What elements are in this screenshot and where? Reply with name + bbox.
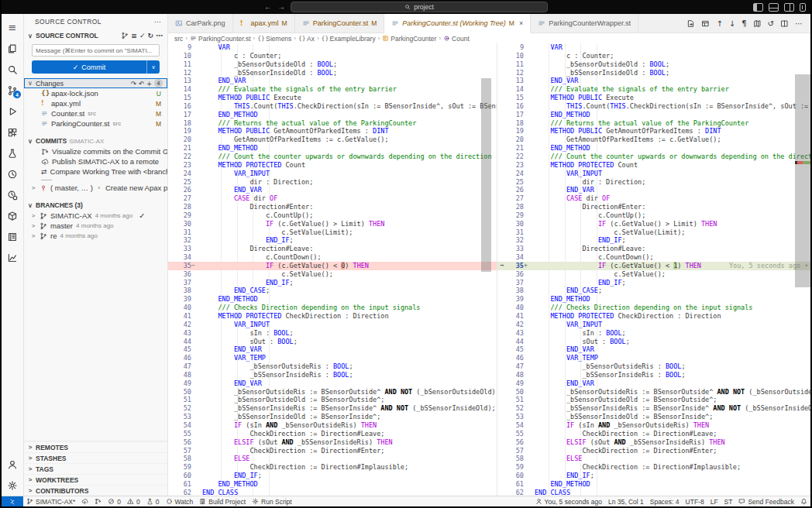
customize-layout-icon[interactable] <box>800 3 806 12</box>
code-line[interactable]: 51 _bSensorOutsideOld := BSensorOutside^… <box>168 396 497 404</box>
code-line[interactable]: 53 _bSSensorInsideOld := BSensorInside^; <box>168 413 497 421</box>
code-line[interactable]: 12 _bSSensorInsideOld : BOOL; <box>497 69 810 77</box>
code-line[interactable]: 20 GetAmountOfParkedItems := c.GetValue(… <box>497 136 810 144</box>
status-item[interactable]: SIMATIC-AX* <box>23 496 78 506</box>
code-line[interactable]: →35+ IF (c.GetValue() < 1) THENYou, 5 se… <box>497 262 810 270</box>
editor-tab[interactable]: ParkingCounter.stM <box>295 14 385 33</box>
editor-tab[interactable]: CarPark.png <box>168 14 233 33</box>
code-line[interactable]: 21 END_METHOD <box>497 144 810 153</box>
code-line[interactable]: 42 VAR_INPUT <box>168 321 497 329</box>
status-item[interactable]: LF <box>707 496 721 506</box>
code-line[interactable]: 38 END_CASE; <box>497 287 810 295</box>
code-line[interactable]: 14 /// Evaluate the signals of the entry… <box>168 85 497 94</box>
code-line[interactable]: 15 METHOD PUBLIC Execute <box>168 94 497 102</box>
code-line[interactable]: 26 END_VAR <box>497 186 810 194</box>
status-item[interactable] <box>797 496 810 506</box>
branches-section-header[interactable]: ∨BRANCHES (3) <box>24 200 167 211</box>
code-line[interactable]: 40 /// Checks Direction depending on the… <box>168 304 497 312</box>
code-line[interactable]: 13 END_VAR <box>497 77 810 85</box>
commit-button-main[interactable]: ✓Commit <box>32 60 147 74</box>
code-line[interactable]: 31 c.SetValue(Limit); <box>497 228 810 237</box>
branch-head-row[interactable]: >( master, … )›Create new Apax pro… <box>24 183 167 193</box>
inline-view-icon[interactable] <box>701 19 710 28</box>
code-line[interactable]: 22 /// Count the counter upwards or down… <box>497 153 810 161</box>
commits-section-header[interactable]: ∨COMMITSSIMATIC-AX <box>24 136 167 146</box>
code-line[interactable]: 31 c.SetValue(Limit); <box>168 228 497 237</box>
code-line[interactable]: 17 END_METHOD <box>497 111 810 119</box>
code-line[interactable]: 33 Direction#Leave: <box>168 245 497 253</box>
menu-activity-item[interactable]: ≡ <box>2 17 23 38</box>
git-branch-icon[interactable] <box>121 32 129 39</box>
plus-icon[interactable]: + <box>146 80 152 88</box>
list-icon[interactable]: ≡ <box>131 32 137 39</box>
code-line[interactable]: 47 _bSensorOutsideRis : BOOL; <box>497 362 810 371</box>
editor-tab[interactable]: !apax.ymlM <box>233 14 295 33</box>
status-item[interactable]: Watch <box>163 496 197 506</box>
code-line[interactable]: 53 _bSSensorInsideOld := BSensorInside^; <box>497 413 810 421</box>
code-line[interactable]: 45 END_VAR <box>168 345 497 354</box>
code-line[interactable]: 16 THIS.Count(THIS.CheckDirection(sIn :=… <box>168 102 497 111</box>
code-line[interactable]: 27 CASE dir OF <box>168 194 497 203</box>
code-line[interactable]: 58 ELSE <box>497 455 810 463</box>
status-item[interactable]: 0 <box>105 496 124 506</box>
code-line[interactable]: 9 VAR <box>168 43 497 52</box>
code-line[interactable]: 29 c.CountUp(); <box>168 211 497 220</box>
code-line[interactable]: 46 VAR_TEMP <box>497 354 810 362</box>
code-line[interactable]: 62END_CLASS <box>497 489 810 496</box>
commit-dropdown-button[interactable]: ∨ <box>147 64 160 70</box>
whitespace-icon[interactable]: ¶ <box>741 19 746 28</box>
breadcrumb-item[interactable]: {}Siemens <box>257 35 291 43</box>
code-line[interactable]: 56 ELSIF (sOut AND _bSSensorInsideRis) T… <box>497 438 810 447</box>
code-line[interactable]: 39 END_METHOD <box>497 295 810 304</box>
code-line[interactable]: 34 c.CountDown(); <box>168 253 497 262</box>
package-activity-item[interactable] <box>2 205 23 226</box>
code-line[interactable]: 23 METHOD PROTECTED Count <box>497 161 810 170</box>
section-tags[interactable]: >TAGS <box>24 463 167 474</box>
code-line[interactable]: 49 END_VAR <box>497 379 810 388</box>
changes-section-row[interactable]: ∨Changes↷↶+4 <box>24 78 167 88</box>
refresh-icon[interactable]: ↻ <box>147 32 153 39</box>
code-line[interactable]: 11 _bSensorOutsideOld : BOOL; <box>497 60 810 69</box>
code-line[interactable]: 35− IF (c.GetValue() < 0) THEN <box>168 262 497 270</box>
code-line[interactable]: 36 c.SetValue(); <box>497 270 810 279</box>
status-item[interactable]: Spaces: 4 <box>647 496 683 506</box>
code-line[interactable]: 50 _bSensorOutsideRis := BSensorOutside^… <box>497 388 810 396</box>
code-line[interactable]: 39 END_METHOD <box>168 295 497 304</box>
more-icon[interactable]: ⋯ <box>154 18 161 26</box>
breadcrumb-item[interactable]: {}Ax <box>298 35 315 43</box>
section-stashes[interactable]: >STASHES <box>24 452 167 463</box>
back-arrow-icon[interactable]: ← <box>264 0 272 14</box>
section-worktrees[interactable]: >WORKTREES <box>24 474 167 485</box>
code-line[interactable]: 37 END_IF; <box>497 279 810 287</box>
test-activity-item[interactable] <box>2 142 23 163</box>
breadcrumb-item[interactable]: {}ExampleLibrary <box>322 35 376 43</box>
code-line[interactable]: 41 METHOD PROTECTED CheckDirection : Dir… <box>497 312 810 321</box>
insights-activity-item[interactable] <box>2 247 23 268</box>
code-line[interactable]: 51 _bSensorOutsideOld := BSensorOutside^… <box>497 396 810 404</box>
code-line[interactable]: 44 sOut : BOOL; <box>168 338 497 346</box>
layout-sidebar-right-icon[interactable] <box>784 3 794 12</box>
forward-arrow-icon[interactable]: → <box>277 0 285 14</box>
breadcrumb-item[interactable]: src <box>174 35 183 43</box>
code-line[interactable]: 30 IF (c.GetValue() > Limit) THEN <box>497 220 810 228</box>
next-change-icon[interactable]: ↓ <box>729 19 735 28</box>
status-item[interactable]: Run Script <box>249 496 295 506</box>
code-line[interactable]: 59 CheckDirection := Direction#Implausib… <box>497 463 810 472</box>
remote-indicator[interactable] <box>2 496 23 506</box>
command-center-search[interactable]: project <box>291 2 548 12</box>
code-line[interactable]: 49 END_VAR <box>168 379 497 388</box>
code-line[interactable]: 45 END_VAR <box>497 345 810 354</box>
breadcrumb-item[interactable]: Count <box>443 35 470 43</box>
code-line[interactable]: 20 GetAmountOfParkedItems := c.GetValue(… <box>168 136 497 144</box>
code-line[interactable]: 57 CheckDirection := Direction#Enter; <box>168 447 497 455</box>
scm-file-row[interactable]: ParkingCounter.stsrcM <box>24 118 167 129</box>
code-line[interactable]: 43 sIn : BOOL; <box>497 329 810 338</box>
branch-row[interactable]: >master4 months ago <box>24 221 167 231</box>
code-line[interactable]: 28 Direction#Enter: <box>497 203 810 211</box>
commits-action-item[interactable]: Publish SIMATIC-AX to a remote <box>24 156 167 166</box>
scrollbar-thumb[interactable] <box>481 78 491 272</box>
account-activity-item[interactable] <box>2 454 23 475</box>
code-line[interactable]: 47 _bSensorOutsideRis : BOOL; <box>168 362 497 371</box>
scrollbar-thumb[interactable] <box>795 74 810 287</box>
split-editor-icon[interactable] <box>780 19 789 28</box>
